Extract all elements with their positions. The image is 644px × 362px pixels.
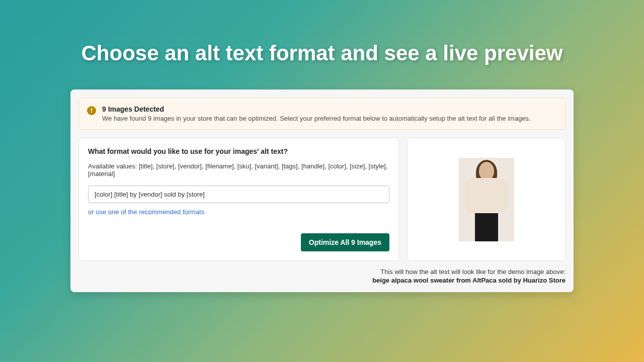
preview-caption: This will how the alt text will look lik…: [78, 268, 566, 284]
preview-panel: [407, 138, 566, 261]
warning-icon: !: [87, 106, 96, 115]
available-values-label: Available values: [title], [store], [ven…: [88, 162, 389, 177]
format-panel: What format would you like to use for yo…: [78, 138, 399, 261]
alert-body: We have found 9 images in your store tha…: [102, 115, 531, 122]
format-question: What format would you like to use for yo…: [88, 147, 389, 155]
format-input[interactable]: [88, 186, 389, 203]
page-title: Choose an alt text format and see a live…: [0, 0, 644, 65]
main-card: ! 9 Images Detected We have found 9 imag…: [70, 89, 574, 292]
optimize-button[interactable]: Optimize All 9 Images: [301, 233, 389, 251]
preview-image: [459, 158, 514, 241]
alert-title: 9 Images Detected: [102, 105, 531, 113]
recommended-formats-link[interactable]: or use one of the recommended formats: [88, 208, 204, 216]
caption-intro: This will how the alt text will look lik…: [78, 268, 566, 276]
caption-result: beige alpaca wool sweater from AltPaca s…: [78, 277, 566, 284]
alert-banner: ! 9 Images Detected We have found 9 imag…: [78, 98, 566, 130]
